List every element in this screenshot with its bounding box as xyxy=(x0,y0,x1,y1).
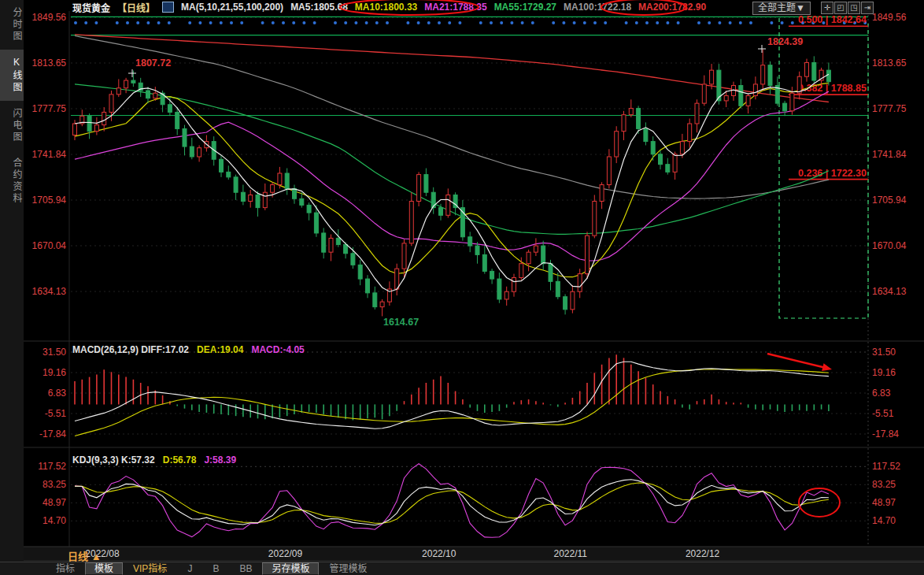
svg-text:-5.51: -5.51 xyxy=(45,408,67,419)
triangle-up-icon: ▲ xyxy=(91,551,102,562)
svg-text:48.97: 48.97 xyxy=(43,497,66,508)
svg-text:1670.04: 1670.04 xyxy=(32,240,67,251)
kdj-d-value: D:56.78 xyxy=(163,454,197,466)
svg-text:19.16: 19.16 xyxy=(872,367,896,378)
kdj-k-value: KDJ(9,3,3) K:57.32 xyxy=(72,454,155,466)
chart-canvas[interactable]: 0.500 | 1842.640.382 | 1788.850.236 | 17… xyxy=(0,0,924,575)
macd-dea-value: DEA:19.04 xyxy=(197,344,243,355)
svg-text:1824.39: 1824.39 xyxy=(767,36,803,47)
sidebar-item-lightning[interactable]: 闪电图 xyxy=(0,101,24,150)
svg-text:83.25: 83.25 xyxy=(872,479,896,490)
ma-config-label: MA(5,10,21,55,100,200) xyxy=(181,2,283,13)
svg-text:1813.65: 1813.65 xyxy=(32,58,67,69)
all-themes-dropdown[interactable]: 全部主题▼ xyxy=(752,2,811,15)
toolbar-tab-1[interactable]: 模板 xyxy=(85,562,123,575)
svg-text:1777.75: 1777.75 xyxy=(872,103,907,114)
svg-text:6.83: 6.83 xyxy=(48,388,67,399)
svg-text:0.500 | 1842.64: 0.500 | 1842.64 xyxy=(798,14,867,25)
svg-text:1813.65: 1813.65 xyxy=(872,58,907,69)
svg-text:31.50: 31.50 xyxy=(872,347,896,358)
svg-text:2022/10: 2022/10 xyxy=(422,548,456,559)
ma200-value: MA200:1782.90 xyxy=(638,2,706,13)
svg-text:1670.04: 1670.04 xyxy=(872,240,907,251)
kdj-j-value: J:58.39 xyxy=(204,454,236,466)
toolbar-tab-3[interactable]: J xyxy=(177,562,202,575)
svg-text:6.83: 6.83 xyxy=(872,388,891,399)
svg-text:-17.84: -17.84 xyxy=(39,428,66,440)
svg-text:1849.56: 1849.56 xyxy=(32,12,67,23)
svg-text:14.70: 14.70 xyxy=(43,515,66,526)
svg-text:1705.94: 1705.94 xyxy=(872,195,907,206)
sidebar-item-kline[interactable]: K线图 xyxy=(0,50,24,101)
main-price-panel: 0.500 | 1842.640.382 | 1788.850.236 | 17… xyxy=(71,11,868,328)
period-label: 日线 xyxy=(68,551,88,562)
svg-text:14.70: 14.70 xyxy=(872,515,896,526)
sidebar-item-timeshare[interactable]: 分时图 xyxy=(0,0,24,50)
macd-panel xyxy=(75,354,829,436)
toolbar-icon-group: ✛ ◰ ◳ ⇥ xyxy=(821,2,874,14)
svg-text:2022/09: 2022/09 xyxy=(268,548,303,559)
chart-arrow-icon[interactable]: ◳ xyxy=(848,2,860,14)
toolbar-tab-2[interactable]: VIP指标 xyxy=(123,562,177,575)
macd-diff-value: MACD(26,12,9) DIFF:17.02 xyxy=(72,344,189,355)
macd-panel-header: MACD(26,12,9) DIFF:17.02 DEA:19.04 MACD:… xyxy=(72,344,305,355)
svg-text:1634.13: 1634.13 xyxy=(872,286,907,297)
toolbar-tab-6[interactable]: 另存模板 xyxy=(262,562,319,575)
kdj-panel xyxy=(75,464,829,538)
sidebar-item-contract-info[interactable]: 合约资料 xyxy=(0,150,24,212)
svg-text:-5.51: -5.51 xyxy=(872,408,894,419)
svg-text:1741.84: 1741.84 xyxy=(872,149,907,160)
svg-text:83.25: 83.25 xyxy=(43,479,66,490)
macd-macd-value: MACD:-4.05 xyxy=(251,344,304,355)
svg-text:0.236 | 1722.30: 0.236 | 1722.30 xyxy=(798,168,867,179)
svg-text:1614.67: 1614.67 xyxy=(383,317,419,328)
chart-header: 现货黄金 【日线】 MA(5,10,21,55,100,200) MA5:180… xyxy=(72,1,706,13)
toolbar-tab-7[interactable]: 管理模板 xyxy=(319,562,377,575)
svg-text:1849.56: 1849.56 xyxy=(872,12,907,23)
svg-text:1741.84: 1741.84 xyxy=(32,149,67,160)
svg-text:117.52: 117.52 xyxy=(38,461,66,472)
svg-text:31.50: 31.50 xyxy=(43,347,66,358)
period-tag: 【日线】 xyxy=(117,1,155,14)
ma5-value: MA5:1805.68 xyxy=(290,2,348,13)
svg-text:1705.94: 1705.94 xyxy=(32,195,67,206)
toolbar-tab-5[interactable]: BB xyxy=(229,562,262,575)
collapse-right-icon[interactable]: ⇥ xyxy=(861,2,874,14)
ma55-value: MA55:1729.27 xyxy=(494,2,556,13)
toolbar-tab-4[interactable]: B xyxy=(202,562,229,575)
left-sidebar: 分时图 K线图 闪电图 合约资料 xyxy=(0,0,24,575)
chart-frame-icon[interactable]: ◰ xyxy=(834,2,847,14)
toolbar-tab-0[interactable]: 指标 xyxy=(46,562,85,575)
bottom-toolbar: 指标模板VIP指标JBBB另存模板管理模板 xyxy=(0,562,924,575)
ma100-value: MA100:1722.18 xyxy=(564,2,631,13)
svg-text:1807.72: 1807.72 xyxy=(135,58,171,69)
chart-icon xyxy=(162,2,174,13)
svg-text:1777.75: 1777.75 xyxy=(32,103,67,114)
svg-text:2022/12: 2022/12 xyxy=(686,548,720,559)
svg-text:1634.13: 1634.13 xyxy=(32,286,67,297)
crosshair-icon[interactable]: ✛ xyxy=(821,2,833,14)
gridlines xyxy=(24,11,924,547)
svg-text:-17.84: -17.84 xyxy=(872,428,899,440)
ma21-value: MA21:1788.35 xyxy=(424,2,486,13)
symbol-name: 现货黄金 xyxy=(72,1,110,14)
kdj-panel-header: KDJ(9,3,3) K:57.32 D:56.78 J:58.39 xyxy=(72,454,236,466)
svg-text:117.52: 117.52 xyxy=(872,461,900,472)
trading-app-window: 0.500 | 1842.640.382 | 1788.850.236 | 17… xyxy=(0,0,924,575)
svg-text:19.16: 19.16 xyxy=(43,367,66,378)
svg-text:48.97: 48.97 xyxy=(872,497,896,508)
ma10-value: MA10:1800.33 xyxy=(355,2,417,13)
svg-text:2022/11: 2022/11 xyxy=(554,548,588,559)
